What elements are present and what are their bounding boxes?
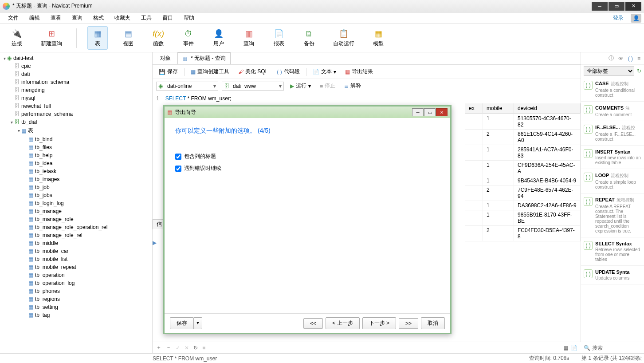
table-row[interactable]: 2861E1C59-4C14-4260-A0 xyxy=(465,130,581,145)
tree-table[interactable]: ▦tb_idea xyxy=(0,159,152,167)
tool-view[interactable]: ▤视图 xyxy=(118,27,138,49)
close-button[interactable]: ✕ xyxy=(625,2,641,11)
include-headers-checkbox[interactable]: 包含列的标题 xyxy=(175,153,440,160)
menu-query[interactable]: 查询 xyxy=(67,12,88,24)
menu-format[interactable]: 格式 xyxy=(88,12,109,24)
dialog-titlebar[interactable]: ▦ 导出向导 ─ ▭ ✕ xyxy=(165,107,450,118)
col-ex[interactable]: ex xyxy=(465,103,483,113)
tree-db[interactable]: 🗄information_schema xyxy=(0,78,152,86)
cancel-edit-button[interactable]: ✕ xyxy=(185,345,189,351)
eye-icon[interactable]: 👁 xyxy=(618,55,624,62)
tool-function[interactable]: f(x)函数 xyxy=(149,27,168,49)
delete-row-button[interactable]: － xyxy=(166,344,171,351)
menu-view[interactable]: 查看 xyxy=(45,12,67,24)
table-row[interactable]: 19B4543AE-B4B6-4054-9 xyxy=(465,176,581,185)
dialog-save-button[interactable]: 保存 xyxy=(170,317,194,329)
tree-db[interactable]: 🗄newchat_full xyxy=(0,102,152,110)
tree-table[interactable]: ▦tb_manage_role xyxy=(0,215,152,223)
refresh-grid-button[interactable]: ↻ xyxy=(193,345,198,351)
tree-table[interactable]: ▦tb_bind xyxy=(0,135,152,143)
tree-table[interactable]: ▦tb_manage_role_rel xyxy=(0,231,152,239)
tree-connection[interactable]: ▾◉daiti-test xyxy=(0,54,152,62)
tree-db[interactable]: 🗄dati xyxy=(0,70,152,78)
menu-window[interactable]: 窗口 xyxy=(157,12,178,24)
menu-tools[interactable]: 工具 xyxy=(136,12,157,24)
tool-table[interactable]: ▦表 xyxy=(87,26,108,50)
tree-table[interactable]: ▦tb_manage xyxy=(0,207,152,215)
table-row[interactable]: 1DA3698C2-42A6-4F86-9 xyxy=(465,201,581,210)
beautify-sql-button[interactable]: 🖌美化 SQL xyxy=(236,67,271,76)
tree-table[interactable]: ▦tb_phones xyxy=(0,287,152,295)
tool-connect[interactable]: 🔌连接 xyxy=(7,27,27,49)
export-button[interactable]: ▦导出结果 xyxy=(342,67,376,76)
tree-table[interactable]: ▦tb_mobile_car xyxy=(0,247,152,255)
tree-table[interactable]: ▦tb_tag xyxy=(0,311,152,319)
server-dropdown[interactable]: ◉dati-online xyxy=(156,82,218,91)
tree-table[interactable]: ▦tb_mobile_repeat xyxy=(0,263,152,271)
tool-query[interactable]: ▥查询 xyxy=(239,27,259,49)
query-builder-button[interactable]: ▦查询创建工具 xyxy=(188,67,232,76)
menu-edit[interactable]: 编辑 xyxy=(24,12,45,24)
tab-objects[interactable]: 对象 xyxy=(155,52,176,64)
tool-new-query[interactable]: ⊞新建查询 xyxy=(37,27,66,49)
database-dropdown[interactable]: 🗄dati_www xyxy=(222,82,284,91)
tag-filter-dropdown[interactable]: 全部标签 xyxy=(584,66,634,76)
tree-db[interactable]: 🗄performance_schema xyxy=(0,110,152,118)
add-row-button[interactable]: ＋ xyxy=(156,344,161,351)
tree-db[interactable]: 🗄mengding xyxy=(0,86,152,94)
minimize-button[interactable]: ─ xyxy=(592,2,608,11)
table-row[interactable]: 151305570-4C36-4670-82 xyxy=(465,114,581,130)
table-row[interactable]: 1CF9D636A-254E-45AC-A xyxy=(465,161,581,176)
cancel-button[interactable]: 取消 xyxy=(421,317,445,329)
tree-table[interactable]: ▦tb_jobs xyxy=(0,191,152,199)
tree-table[interactable]: ▦tb_operation_log xyxy=(0,279,152,287)
tree-table[interactable]: ▦tb_operation xyxy=(0,271,152,279)
tool-event[interactable]: ⏱事件 xyxy=(179,27,198,49)
snippet-item[interactable]: ( )SELECT SyntaxRetrieve rows selected f… xyxy=(581,237,644,266)
maximize-button[interactable]: ▭ xyxy=(609,2,624,11)
dialog-minimize-button[interactable]: ─ xyxy=(412,108,424,116)
run-button[interactable]: ▶运行 ▾ xyxy=(287,81,314,91)
first-button[interactable]: << xyxy=(303,318,323,329)
stop-grid-button[interactable]: ■ xyxy=(202,345,205,351)
tool-backup[interactable]: 🗎备份 xyxy=(299,27,319,49)
tree-table[interactable]: ▦tb_login_log xyxy=(0,199,152,207)
form-view-icon[interactable]: 📄 xyxy=(571,345,577,351)
stop-button[interactable]: ■停止 xyxy=(317,81,338,91)
tree-table[interactable]: ▦tb_regions xyxy=(0,295,152,303)
tree-table[interactable]: ▦tb_manage_role_operation_rel xyxy=(0,223,152,231)
tree-table[interactable]: ▦tb_help xyxy=(0,151,152,159)
tab-query[interactable]: ▦* 无标题 - 查询 xyxy=(177,52,231,64)
snippet-item[interactable]: ( )CASE流程控制Create a conditional construc… xyxy=(581,77,644,102)
last-button[interactable]: >> xyxy=(399,318,418,329)
explain-button[interactable]: ≣解释 xyxy=(342,81,364,91)
tree-table[interactable]: ▦tb_setting xyxy=(0,303,152,311)
refresh-icon[interactable]: ↻ xyxy=(637,68,641,74)
dialog-save-dropdown[interactable]: ▾ xyxy=(193,317,202,329)
tree-table[interactable]: ▦tb_mobile_list xyxy=(0,255,152,263)
tree-tables-folder[interactable]: ▾▦表 xyxy=(0,126,152,135)
grid-view-icon[interactable]: ▦ xyxy=(563,345,568,351)
menu-favorite[interactable]: 收藏夹 xyxy=(109,12,136,24)
brackets-icon[interactable]: ( ) xyxy=(628,55,633,62)
table-row[interactable]: 1285941A1-AC7A-46F0-83 xyxy=(465,145,581,161)
table-row[interactable]: 27C9FE48E-6574-462E-94 xyxy=(465,185,581,201)
snippet-item[interactable]: ( )INSERT SyntaxInsert new rows into an … xyxy=(581,146,644,169)
continue-on-error-checkbox[interactable]: 遇到错误时继续 xyxy=(175,165,440,172)
list-icon[interactable]: ≡ xyxy=(637,55,640,62)
snippet-item[interactable]: ( )IF...ELSE...流程控Create a IF...ELSE... … xyxy=(581,121,644,146)
dialog-close-button[interactable]: ✕ xyxy=(436,108,448,116)
prev-button[interactable]: < 上一步 xyxy=(326,317,359,329)
tree-table[interactable]: ▦tb_images xyxy=(0,175,152,183)
next-button[interactable]: 下一步 > xyxy=(362,317,396,329)
col-deviceid[interactable]: deviceid xyxy=(514,103,581,113)
sql-editor[interactable]: 1SELECT * FROM wm_user; xyxy=(153,93,581,103)
col-mobile[interactable]: mobile xyxy=(483,103,514,113)
tree-db[interactable]: 🗄mysql xyxy=(0,94,152,102)
menu-file[interactable]: 文件 xyxy=(3,12,24,24)
tool-user[interactable]: 👤用户 xyxy=(209,27,228,49)
tree-table[interactable]: ▦tb_ietask xyxy=(0,167,152,175)
tree-db-active[interactable]: ▾🗄tb_dial xyxy=(0,118,152,126)
tree-db[interactable]: 🗄cpic xyxy=(0,62,152,70)
login-link[interactable]: 登录 xyxy=(608,12,629,24)
